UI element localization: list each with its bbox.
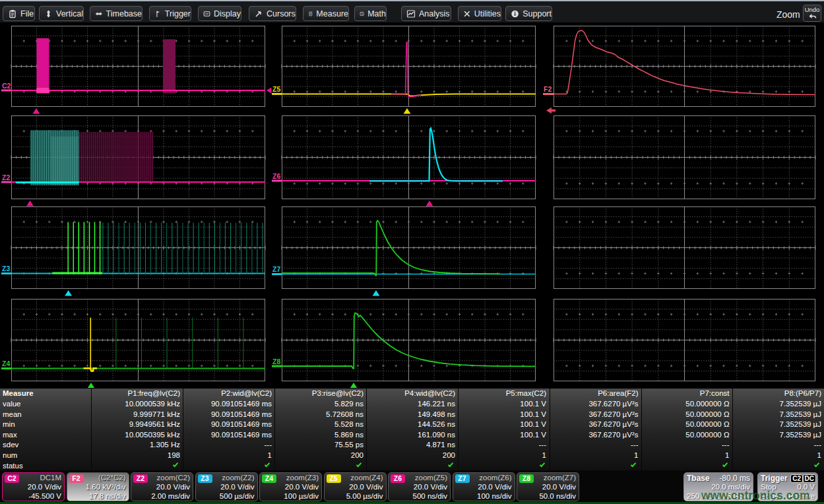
svg-text:Z6: Z6 bbox=[272, 172, 280, 180]
svg-text:Z4: Z4 bbox=[2, 360, 10, 367]
svg-text:Z2: Z2 bbox=[2, 173, 10, 181]
svg-text:C2: C2 bbox=[2, 82, 11, 90]
svg-text:Z5: Z5 bbox=[272, 85, 280, 93]
svg-text:Z7: Z7 bbox=[272, 265, 280, 273]
svg-text:Z3: Z3 bbox=[2, 265, 10, 272]
svg-text:Z8: Z8 bbox=[272, 358, 280, 365]
svg-text:F2: F2 bbox=[544, 85, 552, 93]
